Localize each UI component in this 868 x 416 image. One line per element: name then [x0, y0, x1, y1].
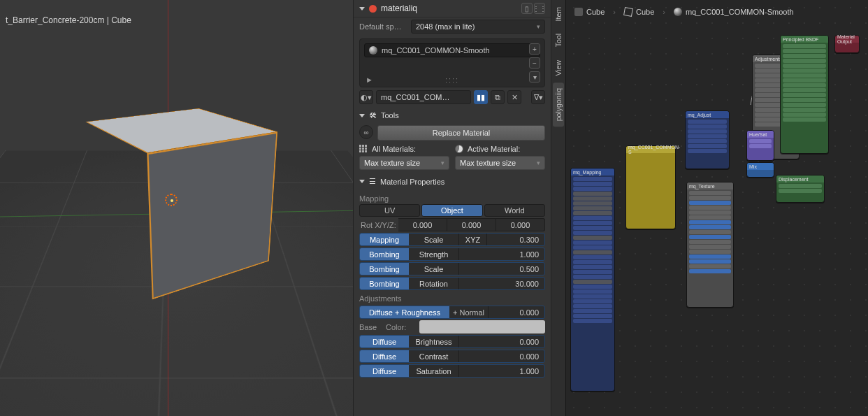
node-small-blue[interactable]: Mix: [746, 162, 774, 178]
all-materials-size-select[interactable]: Max texture size▾: [359, 156, 449, 170]
mapping-object[interactable]: Object: [421, 204, 482, 217]
node-principled-bsdf[interactable]: Principled BSDF: [780, 35, 829, 154]
adj-diff-rough[interactable]: Diffuse + Roughness: [360, 306, 449, 318]
bombing-strength-a[interactable]: Bombing: [360, 248, 409, 260]
material-browse-button[interactable]: ◐▾: [359, 90, 373, 104]
tools-icon: 🛠: [369, 111, 377, 120]
addon-icon: [369, 5, 377, 13]
matprops-label: Material Properties: [380, 178, 444, 186]
bombing-strength-b: Strength: [409, 248, 459, 260]
node-material-output[interactable]: Material Output: [834, 35, 860, 53]
bombing-scale-value[interactable]: 0.500: [459, 263, 544, 275]
slot-grip-icon[interactable]: ::::: [445, 76, 459, 84]
bombing-rotation-b: Rotation: [409, 278, 459, 289]
matprops-collapse-icon[interactable]: [359, 180, 365, 183]
tab-item[interactable]: Item: [553, 1, 564, 27]
menu-icon[interactable]: ⋮⋮: [534, 3, 545, 14]
nodetree-toggle[interactable]: ▮▮: [474, 90, 488, 104]
diff-contrast-b: Contrast: [409, 350, 459, 362]
tools-collapse-icon[interactable]: [359, 114, 365, 117]
node-texture-group[interactable]: mq_CC001_COMMON-S: [625, 145, 676, 229]
rot-z-field[interactable]: 0.000: [496, 218, 545, 231]
diff-contrast-v[interactable]: 0.000: [459, 350, 544, 362]
origin-marker: [165, 194, 178, 206]
mapping-uv[interactable]: UV: [359, 204, 420, 217]
diff-contrast-a[interactable]: Diffuse: [360, 350, 409, 362]
slot-play-icon[interactable]: ►: [366, 76, 373, 84]
all-materials-label: All Materials:: [372, 145, 416, 153]
tab-polygoniiq[interactable]: polygoniiq: [553, 83, 564, 127]
diff-sat-a[interactable]: Diffuse: [360, 365, 409, 377]
adj-dr-value[interactable]: 0.000: [489, 306, 544, 318]
replace-material-button[interactable]: Replace Material: [377, 125, 545, 141]
node-displacement[interactable]: Displacement: [776, 175, 825, 203]
sliders-icon: ☰: [369, 177, 376, 186]
mapping-scale-a[interactable]: Mapping: [360, 234, 409, 245]
base-label: Base: [359, 323, 386, 331]
bombing-scale-a[interactable]: Bombing: [360, 263, 409, 275]
active-material-label: Active Material:: [468, 145, 520, 153]
diff-sat-b: Saturation: [409, 365, 459, 377]
active-material-size-select[interactable]: Max texture size▾: [455, 156, 545, 170]
mapping-scale-value[interactable]: 0.300: [487, 234, 544, 245]
node-texture-big[interactable]: mq_Texture: [686, 182, 734, 308]
bombing-strength-value[interactable]: 1.000: [459, 248, 544, 260]
bombing-rotation-value[interactable]: 30.000: [459, 278, 544, 289]
node-editor[interactable]: Cube › Cube › mq_CC001_COMMON-Smooth mq_…: [565, 0, 868, 416]
grid-icon: [359, 145, 368, 153]
tab-view[interactable]: View: [553, 55, 564, 82]
node-wires: [566, 0, 776, 105]
rot-x-field[interactable]: 0.000: [398, 218, 447, 231]
panel-title: materialiq: [381, 3, 517, 13]
diff-sat-v[interactable]: 1.000: [459, 365, 544, 377]
collapse-icon[interactable]: [359, 7, 365, 10]
material-slot-list[interactable]: mq_CC001_COMMON-Smooth + − ▾ ► ::::: [359, 38, 545, 87]
viewport-header: t_Barrier_Concrete-200cm | Cube: [1, 10, 136, 31]
diff-bright-b: Brightness: [409, 336, 459, 347]
adjustments-subhead: Adjustments: [354, 290, 551, 304]
default-size-select[interactable]: 2048 (max in lite)▾: [411, 20, 545, 34]
material-name-field[interactable]: mq_CC001_COM…: [376, 90, 471, 104]
tab-tool[interactable]: Tool: [553, 28, 564, 52]
rot-label: Rot X/Y/Z:: [359, 221, 398, 229]
default-label: Default sp…: [359, 22, 407, 31]
cube-object[interactable]: [112, 126, 273, 287]
bombing-scale-b: Scale: [409, 263, 459, 275]
slot-menu-button[interactable]: ▾: [529, 71, 540, 83]
n-panel-tabs: Item Tool View polygoniiq: [551, 0, 565, 416]
node-mapping[interactable]: mq_Mapping: [570, 168, 615, 392]
color-label: Color:: [386, 323, 417, 331]
diff-bright-v[interactable]: 0.000: [459, 336, 544, 347]
slot-material-name: mq_CC001_COMMON-Smooth: [382, 46, 490, 55]
slot-remove-button[interactable]: −: [529, 57, 540, 69]
mapping-world[interactable]: World: [484, 204, 545, 217]
material-slot-active[interactable]: mq_CC001_COMMON-Smooth: [364, 43, 540, 57]
copy-material-button[interactable]: ⧉: [491, 90, 505, 104]
node-hue-sat[interactable]: Hue/Sat: [746, 130, 774, 161]
pin-icon[interactable]: ▯: [521, 3, 533, 14]
mapping-scale-b: Scale: [409, 234, 459, 245]
link-icon[interactable]: ∞: [359, 125, 373, 139]
filter-button[interactable]: ∇▾: [531, 90, 545, 104]
diff-bright-a[interactable]: Diffuse: [360, 336, 409, 347]
material-preview-icon: [369, 46, 377, 55]
pie-icon: [455, 145, 463, 153]
viewport-3d[interactable]: t_Barrier_Concrete-200cm | Cube: [0, 0, 353, 416]
mapping-mode-segmented[interactable]: UV Object World: [354, 204, 551, 217]
rot-y-field[interactable]: 0.000: [447, 218, 496, 231]
mapping-scale-xyz: XYZ: [459, 234, 487, 245]
node-mix-small[interactable]: mq_Adjust: [685, 110, 730, 169]
adj-normal: + Normal: [449, 306, 489, 318]
base-color-swatch[interactable]: [419, 320, 545, 333]
tools-label: Tools: [381, 111, 399, 120]
unlink-material-button[interactable]: ✕: [507, 90, 521, 104]
n-panel: materialiq ▯ ⋮⋮ Default sp… 2048 (max in…: [353, 0, 551, 416]
slot-add-button[interactable]: +: [529, 43, 540, 55]
bombing-rotation-a[interactable]: Bombing: [360, 278, 409, 289]
mapping-subhead: Mapping: [354, 190, 551, 204]
